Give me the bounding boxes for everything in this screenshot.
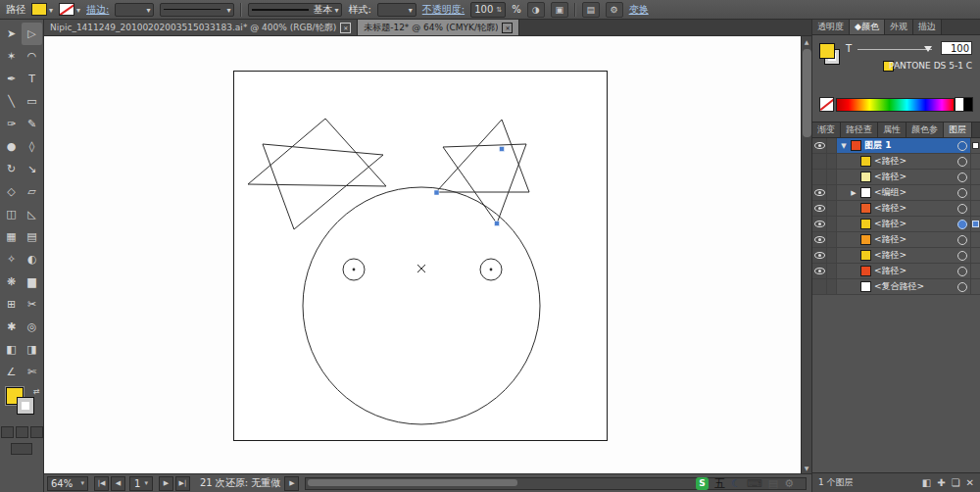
- opacity-link[interactable]: 不透明度:: [422, 3, 465, 17]
- selection-indicator-column[interactable]: [970, 201, 980, 216]
- selection-tool[interactable]: ➤: [1, 23, 22, 45]
- target-circle-icon[interactable]: [957, 188, 967, 198]
- visibility-toggle[interactable]: [812, 232, 827, 247]
- vertical-scrollbar[interactable]: ▲ ▼: [801, 36, 811, 473]
- panel-tab[interactable]: 颜色参: [906, 123, 944, 137]
- canvas-area[interactable]: [44, 36, 801, 473]
- close-icon[interactable]: [502, 23, 513, 33]
- last-page-button[interactable]: ▶|: [175, 476, 190, 491]
- slice-tool[interactable]: ✂: [22, 293, 42, 316]
- layer-name[interactable]: <路径>: [874, 249, 955, 262]
- target-circle-icon[interactable]: [957, 204, 967, 214]
- layer-name[interactable]: <路径>: [874, 155, 955, 168]
- horizontal-scroll-thumb[interactable]: [308, 479, 517, 486]
- selection-indicator-column[interactable]: [970, 217, 980, 231]
- draw-normal-button[interactable]: [1, 426, 14, 438]
- lasso-tool[interactable]: ◠: [22, 45, 42, 68]
- zoom-level-select[interactable]: 64%: [47, 476, 88, 491]
- live-paint-selection-tool[interactable]: ◨: [22, 338, 42, 361]
- lock-toggle[interactable]: [827, 232, 837, 247]
- visibility-toggle[interactable]: [812, 201, 827, 216]
- target-circle-icon[interactable]: [957, 172, 967, 182]
- draw-inside-button[interactable]: [30, 426, 43, 438]
- ime-mode-label[interactable]: 五: [714, 476, 725, 491]
- target-circle-icon[interactable]: [957, 267, 967, 276]
- layer-row[interactable]: <路径>: [812, 264, 980, 279]
- layer-row-body[interactable]: <路径>: [837, 232, 970, 247]
- eyedropper-tool[interactable]: ✧: [1, 248, 22, 271]
- recolor-artwork-icon[interactable]: ◑: [527, 2, 545, 18]
- panel-tab[interactable]: 描边: [913, 20, 942, 34]
- gradient-tool[interactable]: ▤: [22, 225, 42, 248]
- tint-slider[interactable]: [858, 49, 932, 50]
- visibility-toggle[interactable]: [812, 248, 827, 263]
- layer-name[interactable]: <路径>: [874, 218, 955, 230]
- visibility-toggle[interactable]: [812, 154, 827, 169]
- scale-tool[interactable]: ↘: [22, 158, 42, 180]
- document-tab[interactable]: 未标题-12* @ 64% (CMYK/轮廓): [358, 20, 519, 35]
- layer-row[interactable]: ▼图层 1: [812, 138, 980, 154]
- first-page-button[interactable]: |◀: [94, 476, 109, 491]
- moon-icon[interactable]: ☾: [731, 476, 741, 491]
- visibility-toggle[interactable]: [812, 217, 827, 231]
- close-icon[interactable]: [340, 23, 351, 33]
- layer-row-body[interactable]: ▼图层 1: [837, 138, 970, 153]
- panel-tab[interactable]: 图层: [944, 123, 972, 137]
- stroke-weight-select[interactable]: [115, 3, 154, 17]
- layer-row-body[interactable]: <路径>: [837, 217, 970, 231]
- layer-row[interactable]: <路径>: [812, 201, 980, 217]
- blend-tool[interactable]: ◐: [22, 248, 42, 271]
- panel-tab[interactable]: 透明度: [812, 20, 850, 34]
- magic-wand-tool[interactable]: ✶: [1, 45, 22, 68]
- panel-fill-swatch[interactable]: [819, 43, 835, 59]
- target-circle-icon[interactable]: [957, 251, 967, 261]
- selection-indicator-column[interactable]: [970, 264, 980, 278]
- blob-brush-tool[interactable]: ●: [1, 135, 22, 158]
- layer-row[interactable]: <路径>: [812, 232, 980, 248]
- symbol-sprayer-tool[interactable]: ❋: [1, 271, 22, 293]
- keyboard-icon[interactable]: ⌨: [747, 476, 762, 491]
- lock-toggle[interactable]: [827, 201, 837, 216]
- screen-mode-button[interactable]: [11, 443, 32, 455]
- none-color-swatch[interactable]: [819, 97, 834, 112]
- visibility-toggle[interactable]: [812, 264, 827, 278]
- selection-indicator-column[interactable]: [970, 232, 980, 247]
- sogou-logo-icon[interactable]: S: [696, 477, 709, 490]
- pencil-tool[interactable]: ✎: [22, 113, 42, 135]
- layer-name[interactable]: <路径>: [874, 233, 955, 246]
- shape-builder-tool[interactable]: ◫: [1, 203, 22, 225]
- target-circle-icon[interactable]: [957, 282, 967, 292]
- opacity-input[interactable]: 100: [470, 2, 506, 18]
- target-circle-icon[interactable]: [957, 235, 967, 245]
- next-page-button[interactable]: ▶: [159, 476, 173, 491]
- layer-row-body[interactable]: <路径>: [837, 201, 970, 216]
- visibility-toggle[interactable]: [812, 170, 827, 184]
- layer-name[interactable]: <路径>: [874, 265, 955, 277]
- selection-indicator-column[interactable]: [970, 279, 980, 294]
- pen-tool[interactable]: ✒: [1, 68, 22, 90]
- eraser-tool[interactable]: ◊: [22, 135, 42, 158]
- visibility-toggle[interactable]: [812, 185, 827, 200]
- expand-arrow-icon[interactable]: ▼: [840, 142, 848, 150]
- selection-indicator-column[interactable]: [970, 154, 980, 169]
- align-panel-icon[interactable]: ▣: [551, 2, 568, 18]
- perspective-grid-tool[interactable]: ◺: [22, 203, 42, 225]
- clipboard-icon[interactable]: ▤: [768, 476, 778, 491]
- mesh-tool[interactable]: ▦: [1, 225, 22, 248]
- lock-toggle[interactable]: [827, 154, 837, 169]
- panel-tab[interactable]: 路径查: [841, 123, 878, 137]
- lock-toggle[interactable]: [827, 248, 837, 263]
- layer-name[interactable]: <路径>: [874, 171, 955, 183]
- target-circle-icon[interactable]: [957, 157, 967, 167]
- preferences-icon[interactable]: ⚙: [606, 2, 623, 18]
- new-sublayer-icon[interactable]: ✚: [937, 477, 945, 488]
- transform-link[interactable]: 变换: [629, 3, 649, 17]
- layer-row[interactable]: <路径>: [812, 217, 980, 232]
- layer-row[interactable]: <复合路径>: [812, 279, 980, 295]
- panel-tab[interactable]: 属性: [878, 123, 906, 137]
- expand-arrow-icon[interactable]: ▶: [850, 189, 858, 197]
- paintbrush-tool[interactable]: ✑: [1, 113, 22, 135]
- prev-page-button[interactable]: ◀: [111, 476, 125, 491]
- layer-row[interactable]: <路径>: [812, 170, 980, 185]
- artboard-canvas[interactable]: [44, 36, 801, 473]
